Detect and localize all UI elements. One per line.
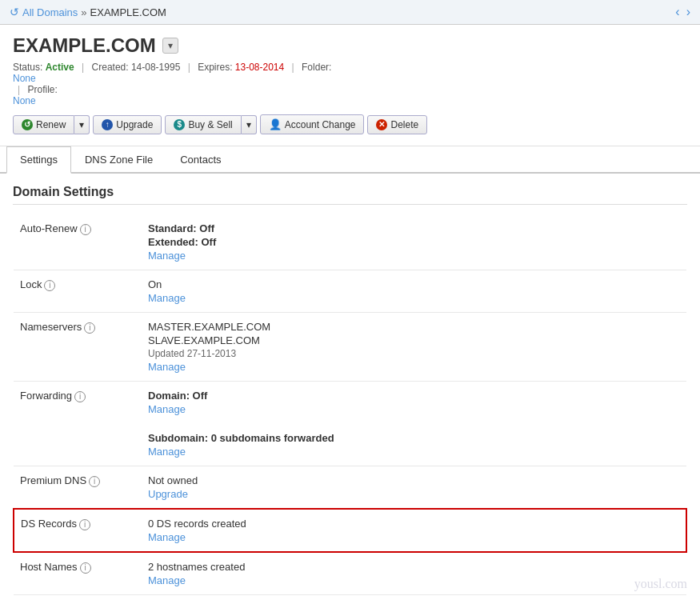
created-label: Created: xyxy=(92,62,129,73)
ds-records-status: 0 DS records created xyxy=(148,518,679,530)
auto-renew-manage-link[interactable]: Manage xyxy=(148,250,680,262)
tab-settings[interactable]: Settings xyxy=(6,146,71,174)
folder-label: Folder: xyxy=(302,62,331,73)
lock-status: On xyxy=(148,278,680,290)
top-nav: ↺ All Domains » EXAMPLE.COM ‹ › xyxy=(0,0,700,25)
domain-dropdown-button[interactable]: ▾ xyxy=(162,38,178,54)
nameservers-info-icon[interactable]: i xyxy=(84,322,95,334)
lock-value: On Manage xyxy=(142,270,686,313)
host-names-label: Host Namesi xyxy=(14,552,142,595)
nameserver-2: SLAVE.EXAMPLE.COM xyxy=(148,334,680,346)
forwarding-value: Domain: Off Manage Subdomain: 0 subdomai… xyxy=(142,382,686,466)
renew-dropdown-button[interactable]: ▾ xyxy=(74,115,90,134)
domain-header: EXAMPLE.COM ▾ Status: Active | Created: … xyxy=(0,25,700,146)
tab-contacts[interactable]: Contacts xyxy=(166,146,234,174)
delete-icon: ✕ xyxy=(376,119,387,130)
nameservers-label: Nameserversi xyxy=(14,313,142,382)
settings-table: Auto-Renewi Standard: Off Extended: Off … xyxy=(13,214,687,595)
premium-dns-upgrade-link[interactable]: Upgrade xyxy=(148,488,680,500)
ds-records-value: 0 DS records created Manage xyxy=(142,509,686,552)
forwarding-manage-link[interactable]: Manage xyxy=(148,403,680,415)
breadcrumb: ↺ All Domains » EXAMPLE.COM xyxy=(10,6,166,18)
ds-records-info-icon[interactable]: i xyxy=(79,519,90,530)
premium-dns-label: Premium DNSi xyxy=(14,466,142,510)
renew-button[interactable]: ↺ Renew xyxy=(13,115,74,134)
table-row: Locki On Manage xyxy=(14,270,686,313)
buy-sell-dropdown-button[interactable]: ▾ xyxy=(242,115,257,134)
renew-label: Renew xyxy=(36,119,66,130)
status-label: Status: xyxy=(13,62,42,73)
forwarding-info-icon[interactable]: i xyxy=(74,391,86,402)
account-change-button[interactable]: 👤 Account Change xyxy=(260,114,365,134)
expires-label: Expires: xyxy=(198,62,232,73)
buy-sell-button-group: $ Buy & Sell ▾ xyxy=(165,115,256,134)
prev-arrow[interactable]: ‹ xyxy=(675,5,679,19)
lock-info-icon[interactable]: i xyxy=(44,280,55,291)
table-row: Nameserversi MASTER.EXAMPLE.COM SLAVE.EX… xyxy=(14,313,686,382)
forwarding-domain: Domain: Off xyxy=(148,390,680,402)
lock-manage-link[interactable]: Manage xyxy=(148,292,680,304)
nameservers-value: MASTER.EXAMPLE.COM SLAVE.EXAMPLE.COM Upd… xyxy=(142,313,686,382)
created-value: 14-08-1995 xyxy=(131,62,180,73)
watermark: yousl.com xyxy=(634,577,687,591)
nameservers-manage-link[interactable]: Manage xyxy=(148,361,680,373)
delete-label: Delete xyxy=(390,119,418,130)
section-title: Domain Settings xyxy=(13,185,687,205)
domain-title: EXAMPLE.COM xyxy=(13,34,156,57)
buy-sell-icon: $ xyxy=(174,119,185,130)
auto-renew-label: Auto-Renewi xyxy=(14,214,142,270)
forwarding-subdomain: Subdomain: 0 subdomains forwarded xyxy=(148,432,680,444)
table-row: DS Recordsi 0 DS records created Manage xyxy=(14,509,686,552)
host-names-status: 2 hostnames created xyxy=(148,561,680,573)
delete-button[interactable]: ✕ Delete xyxy=(367,115,427,134)
tab-dns-zone-file[interactable]: DNS Zone File xyxy=(71,146,166,174)
nameserver-1: MASTER.EXAMPLE.COM xyxy=(148,321,680,333)
breadcrumb-separator: » xyxy=(81,6,86,18)
refresh-icon[interactable]: ↺ xyxy=(10,6,19,18)
next-arrow[interactable]: › xyxy=(686,5,690,19)
folder-value[interactable]: None xyxy=(13,73,687,84)
all-domains-link[interactable]: All Domains xyxy=(22,6,78,18)
auto-renew-info-icon[interactable]: i xyxy=(80,224,91,235)
premium-dns-info-icon[interactable]: i xyxy=(89,476,100,487)
ds-records-manage-link[interactable]: Manage xyxy=(148,531,679,543)
premium-dns-status: Not owned xyxy=(148,474,680,486)
forwarding-label: Forwardingi xyxy=(14,382,142,466)
premium-dns-value: Not owned Upgrade xyxy=(142,466,686,510)
profile-value[interactable]: None xyxy=(13,95,687,106)
buy-sell-label: Buy & Sell xyxy=(188,119,232,130)
tabs-bar: Settings DNS Zone File Contacts xyxy=(0,146,700,174)
auto-renew-extended: Extended: Off xyxy=(148,236,680,248)
account-change-icon: 👤 xyxy=(269,118,282,130)
table-row: Auto-Renewi Standard: Off Extended: Off … xyxy=(14,214,686,270)
host-names-manage-link[interactable]: Manage xyxy=(148,574,680,586)
renew-icon: ↺ xyxy=(22,119,33,130)
buy-sell-button[interactable]: $ Buy & Sell xyxy=(165,115,241,134)
domain-title-row: EXAMPLE.COM ▾ xyxy=(13,34,687,57)
toolbar: ↺ Renew ▾ ↑ Upgrade $ Buy & Sell ▾ 👤 Acc… xyxy=(13,114,687,134)
table-row: Forwardingi Domain: Off Manage Subdomain… xyxy=(14,382,686,466)
auto-renew-value: Standard: Off Extended: Off Manage xyxy=(142,214,686,270)
ds-records-label: DS Recordsi xyxy=(14,509,142,552)
host-names-value: 2 hostnames created Manage xyxy=(142,552,686,595)
content-area: Domain Settings Auto-Renewi Standard: Of… xyxy=(0,174,700,604)
lock-label: Locki xyxy=(14,270,142,313)
host-names-info-icon[interactable]: i xyxy=(80,562,91,574)
profile-label: Profile: xyxy=(27,84,57,95)
table-row: Premium DNSi Not owned Upgrade xyxy=(14,466,686,510)
expires-value: 13-08-2014 xyxy=(235,62,284,73)
renew-button-group: ↺ Renew ▾ xyxy=(13,115,90,134)
table-row: Host Namesi 2 hostnames created Manage xyxy=(14,552,686,595)
account-change-label: Account Change xyxy=(285,119,356,130)
nav-arrows: ‹ › xyxy=(675,5,690,19)
forwarding-subdomain-manage-link[interactable]: Manage xyxy=(148,446,680,458)
upgrade-button[interactable]: ↑ Upgrade xyxy=(93,115,162,134)
domain-meta: Status: Active | Created: 14-08-1995 | E… xyxy=(13,62,687,106)
upgrade-label: Upgrade xyxy=(116,119,153,130)
upgrade-icon: ↑ xyxy=(102,119,113,130)
breadcrumb-current: EXAMPLE.COM xyxy=(90,6,166,18)
auto-renew-standard: Standard: Off xyxy=(148,222,680,234)
nameservers-updated: Updated 27-11-2013 xyxy=(148,348,680,359)
status-value: Active xyxy=(46,62,74,73)
